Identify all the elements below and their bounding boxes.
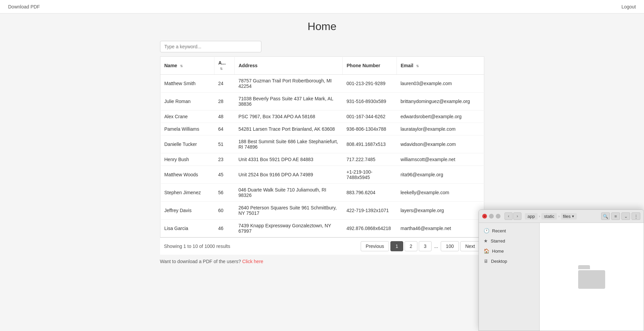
fm-back-button[interactable]: ‹ [505,212,513,220]
ellipsis: ... [433,241,440,251]
table-row: Lisa Garcia 46 7439 Knapp Expressway Gon… [160,220,484,237]
cell-phone: 936-806-1304x788 [342,123,396,135]
col-age[interactable]: A... ⇅ [214,57,234,75]
home-icon: 🏠 [484,248,489,254]
cell-email: rita96@example.org [396,166,484,184]
cell-address: 2640 Peterson Squares Suite 961 Schmittb… [234,202,342,220]
fm-forward-button[interactable]: › [513,212,521,220]
fm-minimize-button[interactable] [489,214,494,219]
cell-email: laurataylor@example.com [396,123,484,135]
cell-age: 23 [214,153,234,166]
col-phone: Phone Number [342,57,396,75]
table-row: Pamela Williams 64 54281 Larsen Trace Po… [160,123,484,135]
page-100-button[interactable]: 100 [441,241,459,251]
cell-email: brittanydominguez@example.org [396,93,484,110]
cell-phone: 808.491.1687x513 [342,135,396,153]
download-pdf-link[interactable]: Download PDF [8,4,40,9]
fm-sidebar: 🕐 Recent ★ Starred 🏠 Home 🖥 Desktop [479,223,540,275]
data-table: Name ⇅ A... ⇅ Address Phone Number Email… [160,56,484,237]
cell-age: 45 [214,166,234,184]
cell-address: 71038 Beverly Pass Suite 437 Lake Mark, … [234,93,342,110]
next-button[interactable]: Next [460,241,480,251]
search-input[interactable] [160,41,261,52]
cell-email: layers@example.org [396,202,484,220]
cell-phone: 931-516-8930x589 [342,93,396,110]
table-row: Julie Roman 28 71038 Beverly Pass Suite … [160,93,484,110]
fm-sidebar-home[interactable]: 🏠 Home [479,246,539,256]
page-1-button[interactable]: 1 [390,241,403,251]
table-row: Matthew Woods 45 Unit 2524 Box 9166 DPO … [160,166,484,184]
fm-home-label: Home [492,249,504,254]
cell-name: Lisa Garcia [160,220,214,237]
col-email[interactable]: Email ⇅ [396,57,484,75]
download-row: Want to download a PDF of the users? Cli… [160,255,484,268]
cell-name: Henry Bush [160,153,214,166]
sort-arrows-email: ⇅ [416,64,419,68]
cell-age: 46 [214,220,234,237]
table-row: Stephen Jimenez 56 046 Duarte Walk Suite… [160,184,484,202]
fm-menu-button[interactable]: ⋮ [632,212,640,220]
pagination-info: Showing 1 to 10 of 1000 results [164,244,230,249]
page-title: Home [160,20,484,33]
cell-name: Pamela Williams [160,123,214,135]
cell-email: lauren03@example.com [396,75,484,93]
cell-phone: 001-213-291-9289 [342,75,396,93]
fm-body: 🕐 Recent ★ Starred 🏠 Home 🖥 Desktop [479,223,644,275]
file-manager: ✕ ‹ › app › static › files ▼ 🔍 ≡ ⌄ ⋮ 🕐 [479,209,644,275]
cell-address: Unit 2524 Box 9166 DPO AA 74989 [234,166,342,184]
cell-address: 78757 Guzman Trail Port Robertborough, M… [234,75,342,93]
fm-sidebar-desktop[interactable]: 🖥 Desktop [479,256,539,266]
sort-arrows-name: ⇅ [180,64,183,68]
fm-view-list-button[interactable]: ≡ [611,212,620,220]
fm-search-button[interactable]: 🔍 [601,212,610,220]
download-link[interactable]: Click here [242,259,263,264]
desktop-icon: 🖥 [484,258,488,264]
fm-sidebar-recent[interactable]: 🕐 Recent [479,226,539,236]
page-3-button[interactable]: 3 [419,241,432,251]
cell-phone: 492.876.0868x64218 [342,220,396,237]
fm-starred-label: Starred [491,238,505,244]
cell-email: edwardsrobert@example.org [396,110,484,123]
cell-address: 188 Best Summit Suite 686 Lake Stephanie… [234,135,342,153]
cell-age: 60 [214,202,234,220]
fm-close-button[interactable]: ✕ [482,214,487,219]
sort-arrows-age: ⇅ [220,67,223,71]
cell-address: PSC 7967, Box 7304 APO AA 58168 [234,110,342,123]
cell-age: 28 [214,93,234,110]
pagination-controls: Previous 1 2 3 ... 100 Next [361,241,480,251]
cell-age: 56 [214,184,234,202]
cell-phone: 001-167-344-6262 [342,110,396,123]
fm-path-static[interactable]: static [541,213,557,220]
table-row: Jeffrey Davis 60 2640 Peterson Squares S… [160,202,484,220]
fm-sidebar-starred[interactable]: ★ Starred [479,236,539,246]
fm-desktop-label: Desktop [491,259,507,264]
col-name[interactable]: Name ⇅ [160,57,214,75]
table-row: Danielle Tucker 51 188 Best Summit Suite… [160,135,484,153]
cell-age: 64 [214,123,234,135]
page-2-button[interactable]: 2 [405,241,417,251]
table-row: Alex Crane 48 PSC 7967, Box 7304 APO AA … [160,110,484,123]
cell-name: Stephen Jimenez [160,184,214,202]
fm-folder-icon [578,265,605,275]
fm-path-files-dropdown[interactable]: files ▼ [561,213,577,220]
cell-email: martha46@example.net [396,220,484,237]
cell-age: 24 [214,75,234,93]
cell-phone: 883.796.6204 [342,184,396,202]
prev-button[interactable]: Previous [361,241,389,251]
fm-actions: 🔍 ≡ ⌄ ⋮ [601,212,640,220]
fm-maximize-button[interactable] [496,214,500,219]
table-body: Matthew Smith 24 78757 Guzman Trail Port… [160,75,484,237]
fm-nav-buttons: ‹ › [505,212,521,220]
cell-address: 046 Duarte Walk Suite 710 Juliamouth, RI… [234,184,342,202]
fm-folder-body [578,270,605,275]
cell-address: 7439 Knapp Expressway Gonzaleztown, NY 6… [234,220,342,237]
cell-phone: 422-719-1392x1071 [342,202,396,220]
logout-link[interactable]: Logout [621,4,636,9]
fm-folder-tab [578,265,590,269]
cell-name: Danielle Tucker [160,135,214,153]
recent-icon: 🕐 [484,228,489,233]
cell-email: leekelly@example.com [396,184,484,202]
fm-path-app[interactable]: app [525,213,538,220]
fm-sort-button[interactable]: ⌄ [621,212,630,220]
cell-email: wdavidson@example.com [396,135,484,153]
